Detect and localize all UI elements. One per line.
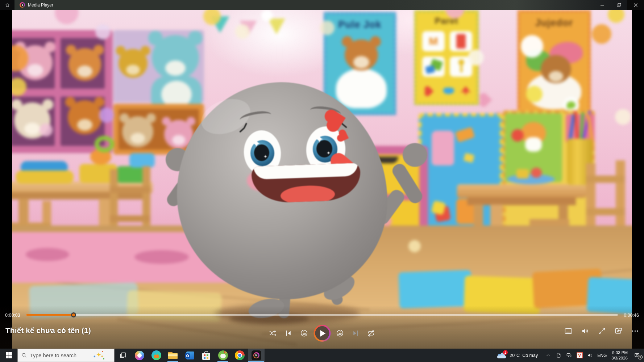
search-icon bbox=[21, 353, 27, 358]
chrome-icon bbox=[235, 350, 245, 360]
tray-device-button[interactable] bbox=[554, 351, 562, 360]
volume-button[interactable] bbox=[579, 325, 591, 337]
outlook-icon bbox=[185, 352, 194, 359]
unikey-icon: V bbox=[577, 352, 583, 358]
window-title: Media Player bbox=[28, 3, 53, 8]
desktop-screen: Pule Jok Paret M Jujedor bbox=[0, 0, 644, 362]
close-icon bbox=[633, 3, 638, 7]
more-options-button[interactable] bbox=[629, 325, 641, 337]
system-tray: 2 20°C Có mây V ENG 9:03 PM 3/3/2026 1 bbox=[496, 349, 644, 362]
notification-badge: 1 bbox=[638, 355, 643, 359]
mini-player-button[interactable] bbox=[612, 325, 624, 337]
repeat-off-button[interactable] bbox=[365, 327, 377, 340]
skip-back-10-button[interactable]: 10 bbox=[298, 327, 310, 340]
coccoc-icon bbox=[218, 350, 228, 360]
cartoon-rock-character: ✦ ✦ ✦ ✦ bbox=[12, 10, 632, 349]
taskbar-chrome[interactable] bbox=[231, 349, 248, 362]
weather-temperature[interactable]: 20°C bbox=[510, 353, 520, 358]
seek-handle[interactable] bbox=[71, 312, 76, 317]
transport-controls: 10 30 bbox=[267, 325, 377, 342]
video-frame[interactable]: Pule Jok Paret M Jujedor bbox=[12, 10, 632, 349]
media-player-app-icon bbox=[20, 2, 25, 8]
start-button[interactable] bbox=[0, 349, 17, 362]
seek-fill bbox=[26, 314, 74, 316]
minimize-icon bbox=[600, 3, 604, 7]
elapsed-time: 0:00:03 bbox=[5, 313, 20, 318]
tray-date: 3/3/2026 bbox=[611, 355, 628, 361]
search-input[interactable] bbox=[30, 353, 90, 358]
shuffle-button[interactable] bbox=[267, 327, 279, 340]
home-icon bbox=[5, 2, 10, 8]
taskbar: ✦✦✦ bbox=[0, 349, 644, 362]
media-title: Thiết kế chưa có tên (1) bbox=[5, 326, 91, 335]
taskbar-file-explorer[interactable] bbox=[165, 349, 181, 362]
converter-app-icon bbox=[151, 350, 161, 360]
restore-icon bbox=[617, 3, 621, 7]
network-icon bbox=[566, 352, 572, 358]
close-button[interactable] bbox=[627, 0, 644, 10]
play-button[interactable] bbox=[313, 325, 331, 342]
weather-cloud-icon: 2 bbox=[497, 352, 506, 358]
taskbar-coccoc[interactable] bbox=[215, 349, 231, 362]
skip-forward-30-button[interactable]: 30 bbox=[334, 327, 346, 340]
previous-button[interactable] bbox=[282, 327, 295, 340]
taskbar-media-player[interactable] bbox=[248, 349, 265, 362]
action-center-button[interactable]: 1 bbox=[632, 351, 642, 360]
tray-expand-button[interactable] bbox=[544, 351, 552, 360]
taskbar-copilot[interactable] bbox=[131, 349, 148, 362]
captions-button[interactable] bbox=[562, 325, 574, 337]
copilot-icon bbox=[135, 351, 144, 360]
file-explorer-icon bbox=[168, 352, 178, 359]
ms-store-icon bbox=[202, 351, 210, 360]
windows-logo-icon bbox=[6, 352, 12, 358]
task-view-icon bbox=[119, 352, 127, 359]
weather-button[interactable]: 2 bbox=[496, 351, 507, 360]
device-icon bbox=[556, 352, 562, 358]
tray-time: 9:03 PM bbox=[612, 350, 628, 355]
seek-bar[interactable] bbox=[26, 314, 618, 316]
svg-text:10: 10 bbox=[302, 332, 306, 336]
next-button[interactable] bbox=[349, 327, 362, 340]
utility-controls bbox=[562, 325, 641, 337]
language-indicator[interactable]: ENG bbox=[597, 353, 607, 358]
titlebar: Media Player bbox=[0, 0, 644, 10]
player-controls-overlay: 0:00:03 0:00:46 Thiết kế chưa có tên (1)… bbox=[0, 306, 644, 349]
media-player-taskbar-icon bbox=[252, 350, 261, 360]
restore-button[interactable] bbox=[611, 0, 627, 10]
weather-condition[interactable]: Có mây bbox=[522, 353, 538, 358]
home-button[interactable] bbox=[0, 0, 14, 10]
app-chip: Media Player bbox=[20, 2, 53, 8]
taskbar-search[interactable]: ✦✦✦ bbox=[17, 349, 115, 362]
total-duration: 0:00:46 bbox=[624, 313, 639, 318]
task-view-button[interactable] bbox=[115, 349, 131, 362]
taskbar-outlook[interactable] bbox=[181, 349, 198, 362]
svg-text:30: 30 bbox=[338, 332, 342, 336]
tray-volume-button[interactable] bbox=[586, 351, 594, 360]
taskbar-ms-store[interactable] bbox=[198, 349, 215, 362]
tray-network-button[interactable] bbox=[565, 351, 573, 360]
fullscreen-button[interactable] bbox=[595, 325, 608, 337]
speaker-icon bbox=[587, 352, 593, 358]
chevron-up-icon bbox=[545, 352, 551, 358]
taskbar-converter-app[interactable] bbox=[148, 349, 165, 362]
tray-clock[interactable]: 9:03 PM 3/3/2026 bbox=[610, 350, 629, 361]
tray-unikey-button[interactable]: V bbox=[576, 351, 583, 360]
search-highlights-icon[interactable]: ✦✦✦ bbox=[93, 351, 104, 360]
minimize-button[interactable] bbox=[594, 0, 611, 10]
